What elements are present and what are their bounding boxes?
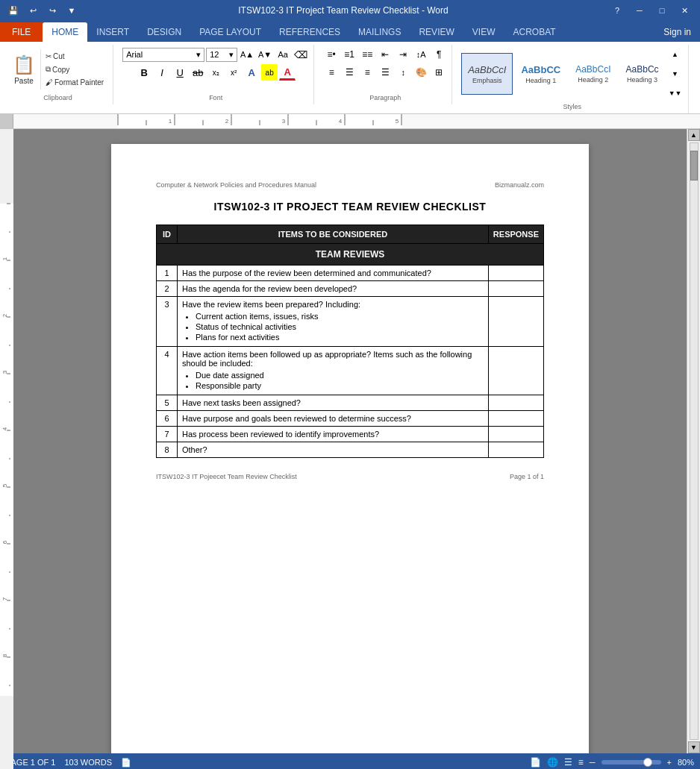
svg-text:3: 3	[1, 370, 8, 374]
multilevel-btn[interactable]: ≡≡	[359, 46, 375, 63]
scroll-track[interactable]	[690, 142, 699, 740]
style-heading3[interactable]: AaBbCc Heading 3	[619, 53, 666, 95]
row-response-3[interactable]	[488, 297, 543, 347]
row-id-1: 1	[157, 266, 178, 281]
zoom-minus-btn[interactable]: ─	[590, 758, 596, 767]
change-case-btn[interactable]: Aa	[275, 46, 291, 63]
zoom-plus-btn[interactable]: +	[667, 758, 672, 767]
col-header-items: ITEMS TO BE CONSIDERED	[178, 225, 489, 244]
save-quick-btn[interactable]: 💾	[6, 3, 21, 18]
increase-font-btn[interactable]: A▲	[239, 46, 255, 63]
document-scroll-area[interactable]: Computer & Network Policies and Procedur…	[13, 129, 687, 753]
bullets-btn[interactable]: ≡•	[323, 46, 340, 63]
style-heading1[interactable]: AaBbCC Heading 1	[514, 53, 567, 95]
superscript-btn[interactable]: x²	[225, 64, 242, 81]
highlight-btn[interactable]: ab	[261, 64, 278, 81]
subscript-btn[interactable]: x₂	[207, 64, 224, 81]
tab-home[interactable]: HOME	[43, 22, 87, 42]
style-emphasis[interactable]: AaBbCcI Emphasis	[461, 53, 513, 95]
shading-btn[interactable]: 🎨	[413, 64, 429, 81]
view-outline-btn[interactable]: ☰	[564, 757, 572, 768]
tab-review[interactable]: REVIEW	[410, 22, 463, 42]
cut-button[interactable]: ✂ Cut	[43, 51, 107, 62]
paste-button[interactable]: 📋 Paste	[7, 51, 40, 89]
tab-references[interactable]: REFERENCES	[270, 22, 349, 42]
minimize-btn[interactable]: ─	[630, 3, 649, 18]
zoom-slider[interactable]	[601, 760, 661, 765]
strikethrough-btn[interactable]: ab	[190, 64, 206, 81]
bold-btn[interactable]: B	[136, 64, 152, 81]
justify-btn[interactable]: ☰	[377, 64, 393, 81]
footer-right: Page 1 of 1	[510, 473, 544, 480]
tab-acrobat[interactable]: ACROBAT	[504, 22, 564, 42]
col-header-id: ID	[157, 225, 178, 244]
zoom-thumb[interactable]	[643, 758, 652, 767]
clear-format-btn[interactable]: ⌫	[293, 46, 309, 63]
para-row-2: ≡ ☰ ≡ ☰ ↕ 🎨 ⊞	[323, 64, 447, 81]
align-center-btn[interactable]: ☰	[341, 64, 357, 81]
svg-text:8: 8	[1, 653, 8, 657]
row-response-1[interactable]	[488, 266, 543, 281]
find-button[interactable]: 🔍 Find ▾	[698, 46, 700, 62]
styles-scroll-down[interactable]: ▼	[667, 66, 684, 82]
undo-quick-btn[interactable]: ↩	[25, 3, 40, 18]
document-title[interactable]: ITSW102-3 IT PROJECT TEAM REVIEW CHECKLI…	[156, 201, 544, 213]
view-print-btn[interactable]: 📄	[530, 757, 541, 768]
tab-file[interactable]: FILE	[0, 22, 43, 42]
tab-page-layout[interactable]: PAGE LAYOUT	[190, 22, 270, 42]
styles-scroll-up[interactable]: ▲	[667, 46, 684, 63]
scroll-down-btn[interactable]: ▼	[688, 741, 700, 753]
row-response-6[interactable]	[488, 411, 543, 427]
customize-quick-btn[interactable]: ▼	[64, 3, 79, 18]
font-name-dropdown[interactable]: Arial ▾	[122, 48, 204, 62]
row-response-5[interactable]	[488, 395, 543, 411]
decrease-font-btn[interactable]: A▼	[257, 46, 273, 63]
maximize-btn[interactable]: □	[652, 3, 672, 18]
tab-view[interactable]: VIEW	[463, 22, 504, 42]
vertical-scrollbar[interactable]: ▲ ▼	[687, 129, 700, 753]
view-draft-btn[interactable]: ≡	[578, 757, 584, 768]
increase-indent-btn[interactable]: ⇥	[395, 46, 411, 63]
table-row: 3 Have the review items been prepared? I…	[157, 297, 544, 347]
style-emphasis-preview: AaBbCcI	[468, 64, 506, 75]
align-left-btn[interactable]: ≡	[323, 64, 340, 81]
scroll-thumb[interactable]	[690, 151, 698, 181]
redo-quick-btn[interactable]: ↪	[45, 3, 60, 18]
font-color-btn[interactable]: A	[279, 64, 296, 81]
italic-btn[interactable]: I	[154, 64, 170, 81]
close-btn[interactable]: ✕	[675, 3, 694, 18]
row-response-7[interactable]	[488, 427, 543, 442]
help-btn[interactable]: ?	[607, 3, 627, 18]
row-response-8[interactable]	[488, 442, 543, 458]
align-right-btn[interactable]: ≡	[359, 64, 375, 81]
editing-group: 🔍 Find ▾ Replace Select ▾ Editing	[693, 45, 700, 104]
show-hide-btn[interactable]: ¶	[431, 46, 447, 63]
text-effects-btn[interactable]: A	[243, 64, 260, 81]
underline-btn[interactable]: U	[172, 64, 188, 81]
style-heading2-label: Heading 2	[578, 76, 608, 84]
format-painter-button[interactable]: 🖌 Format Painter	[43, 77, 107, 88]
view-web-btn[interactable]: 🌐	[547, 757, 558, 768]
borders-btn[interactable]: ⊞	[431, 64, 447, 81]
copy-button[interactable]: ⧉ Copy	[43, 63, 107, 75]
tab-insert[interactable]: INSERT	[87, 22, 138, 42]
tab-design[interactable]: DESIGN	[138, 22, 190, 42]
line-spacing-btn[interactable]: ↕	[395, 64, 411, 81]
sort-btn[interactable]: ↕A	[413, 46, 429, 63]
zoom-level[interactable]: 80%	[678, 758, 694, 767]
styles-gallery: AaBbCcI Emphasis AaBbCC Heading 1 AaBbCc…	[461, 46, 683, 101]
decrease-indent-btn[interactable]: ⇤	[377, 46, 393, 63]
style-emphasis-label: Emphasis	[472, 77, 502, 84]
window-controls: ? ─ □ ✕	[607, 3, 694, 18]
row-response-4[interactable]	[488, 347, 543, 395]
font-size-dropdown[interactable]: 12 ▾	[206, 48, 237, 62]
styles-more[interactable]: ▼▼	[667, 85, 684, 101]
bullet-item: Current action items, issues, risks	[196, 312, 484, 321]
table-row: 6 Have purpose and goals been reviewed t…	[157, 411, 544, 427]
row-response-2[interactable]	[488, 281, 543, 297]
numbering-btn[interactable]: ≡1	[341, 46, 357, 63]
scroll-up-btn[interactable]: ▲	[688, 129, 700, 141]
tab-mailings[interactable]: MAILINGS	[349, 22, 410, 42]
signin-link[interactable]: Sign in	[654, 22, 700, 42]
style-heading2[interactable]: AaBbCcI Heading 2	[569, 53, 617, 95]
